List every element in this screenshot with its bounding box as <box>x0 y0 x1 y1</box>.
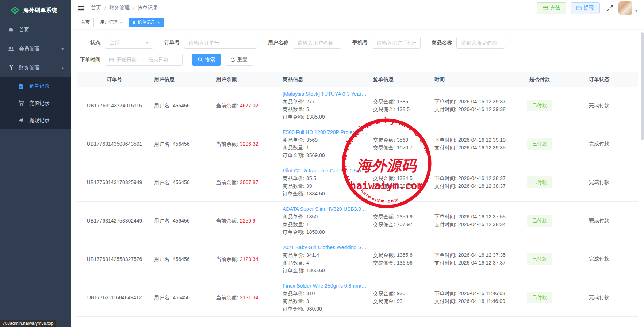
sidebar-item-grab-records[interactable]: 抢单记录 <box>0 77 71 95</box>
order-amount-label: 订单金额: <box>283 228 304 236</box>
cell-status: 完成付款 <box>560 99 638 113</box>
unit-price-value: 3569 <box>306 136 318 144</box>
sidebar-item-finance[interactable]: ¥ 财务管理 ▲ <box>0 58 71 77</box>
order-no-input[interactable] <box>184 37 257 49</box>
cell-balance: 当前余额:2123.34 <box>214 252 280 267</box>
username-label: 用户名: <box>154 294 171 301</box>
sidebar-item-members[interactable]: 会员管理 ▼ <box>0 39 71 58</box>
product-link[interactable]: E500 Full HD 1280 720P Projector 380... <box>283 129 369 136</box>
paid-badge: 已付款 <box>527 215 552 227</box>
pay-time-value: 2026-04-16 12:38:37 <box>458 182 506 190</box>
dashboard-icon <box>8 27 15 33</box>
username-value: 456456 <box>173 217 190 225</box>
trade-amount-value: 2359.9 <box>397 213 413 221</box>
withdraw-button[interactable]: 提现 <box>571 2 600 14</box>
tab-home[interactable]: 首页 <box>77 18 94 27</box>
cell-status: 完成付款 <box>560 175 638 189</box>
order-time-label: 下单时间: <box>434 213 456 221</box>
unit-price-value: 310 <box>306 290 315 297</box>
table-row: UB17763142758302449 用户名:456456 当前余额:2259… <box>77 202 638 240</box>
product-link[interactable]: Finex Solder Wire 250gms 0.8mm/1.0... <box>283 282 369 290</box>
status-select[interactable]: 全部 ▼ <box>105 37 153 49</box>
order-amount-value: 1850.00 <box>306 228 325 236</box>
order-amount-label: 订单金额: <box>283 267 304 274</box>
pay-time-value: 2026-04-16 11:46:09 <box>458 297 505 305</box>
phone-input[interactable] <box>372 37 421 49</box>
sidebar-item-label: 会员管理 <box>19 46 39 52</box>
wallet-icon <box>576 6 582 10</box>
date-range-picker[interactable]: 开始日期 - 结束日期 <box>105 54 183 66</box>
vertical-scrollbar[interactable] <box>641 32 644 324</box>
product-input[interactable] <box>456 37 505 49</box>
unit-price-value: 277 <box>306 98 315 106</box>
chevron-down-icon: ▼ <box>145 41 149 45</box>
recharge-button-label: 充值 <box>550 5 560 11</box>
order-time-value: 2026-04-16 11:46:08 <box>458 290 505 297</box>
cell-order-no: UB17763143774015115 <box>77 99 152 112</box>
pay-time-value: 2026-04-16 12:37:37 <box>458 259 506 267</box>
cell-product-info: Finex Solder Wire 250gms 0.8mm/1.0... 商品… <box>280 278 371 316</box>
cell-status: 完成付款 <box>560 290 638 304</box>
breadcrumb-finance[interactable]: 财务管理 <box>109 5 130 11</box>
unit-price-label: 商品单价: <box>283 251 304 259</box>
cell-paid: 已付款 <box>519 250 560 269</box>
order-amount-value: 1384.50 <box>306 190 325 198</box>
breadcrumb-separator: / <box>104 5 106 11</box>
product-link[interactable]: ADATA Super Slim HV320 USB3.0 Ext... <box>283 205 369 213</box>
phone-filter-label: 手机号 <box>352 39 368 46</box>
orders-table: 订单号 用户信息 用户余额 商品信息 抢单信息 时间 是否付款 订单状态 UB1… <box>77 72 638 317</box>
breadcrumb-home[interactable]: 首页 <box>91 5 101 11</box>
cell-paid: 已付款 <box>519 211 560 230</box>
table-row: UB17763142558327576 用户名:456456 当前余额:2123… <box>77 240 638 278</box>
pay-time-label: 支付时间: <box>434 144 456 152</box>
order-no-filter-label: 订单号 <box>164 39 180 46</box>
sidebar: 海外刷单系统 首页 会员管理 ▼ ¥ 财务管理 ▲ <box>0 0 71 327</box>
username-input[interactable] <box>293 37 341 49</box>
recharge-button[interactable]: 充值 <box>537 2 566 14</box>
withdraw-button-label: 提现 <box>584 5 594 11</box>
sidebar-fold-icon[interactable] <box>78 4 85 12</box>
scrollbar-thumb[interactable] <box>641 32 644 140</box>
logo[interactable]: 海外刷单系统 <box>0 0 71 20</box>
commission-value: 138.45 <box>397 182 413 190</box>
product-link[interactable]: [Malaysia Stock] TUTUYA 0-3 Years Ol... <box>283 90 369 98</box>
bank-card-icon <box>543 6 548 10</box>
unit-price-label: 商品单价: <box>283 175 304 182</box>
order-amount-label: 订单金额: <box>283 152 304 159</box>
sidebar-item-withdraw-records[interactable]: 提现记录 <box>0 112 71 129</box>
main-area: 首页 / 财务管理 / 抢单记录 充值 提现 <box>71 0 644 327</box>
content: 状态 全部 ▼ 订单号 用户名称 手机号 <box>71 29 644 327</box>
cell-time: 下单时间:2026-04-16 12:38:37 支付时间:2026-04-16… <box>432 171 519 194</box>
balance-label: 当前余额: <box>216 255 238 263</box>
quantity-value: 1 <box>306 144 309 152</box>
close-icon[interactable]: × <box>157 20 160 25</box>
pay-time-value: 2026-04-16 12:39:35 <box>458 144 506 152</box>
sidebar-item-label: 充值记录 <box>29 100 50 107</box>
search-button[interactable]: 搜索 <box>192 54 221 66</box>
balance-label: 当前余额: <box>216 179 238 186</box>
sidebar-item-recharge-records[interactable]: 充值记录 <box>0 95 71 112</box>
quantity-value: 1 <box>306 221 309 228</box>
fullscreen-icon[interactable] <box>606 5 613 12</box>
avatar[interactable] <box>618 1 632 15</box>
product-link[interactable]: Pilot G2 Retractable Gel Pen 0.5mm 9... <box>283 167 369 175</box>
quantity-label: 商品数量: <box>283 182 304 190</box>
reset-button[interactable]: 重置 <box>225 54 253 66</box>
sidebar-item-home[interactable]: 首页 <box>0 20 71 39</box>
pay-time-value: 2026-04-16 12:39:38 <box>458 106 506 113</box>
col-header-grab-info: 抢单信息 <box>371 76 432 83</box>
sidebar-item-label: 抢单记录 <box>29 83 50 90</box>
tab-label: 首页 <box>81 19 90 26</box>
caret-down-icon[interactable]: ▼ <box>635 9 638 13</box>
tabbar: 首页 用户管理 × 抢单记录 × <box>71 16 644 29</box>
tab-grab-records[interactable]: 抢单记录 × <box>129 18 164 27</box>
cell-grab-info: 交易金额:1385 交易佣金:138.5 <box>371 94 432 117</box>
cell-time: 下单时间:2026-04-16 12:37:55 支付时间:2026-04-16… <box>432 209 519 232</box>
unit-price-label: 商品单价: <box>283 213 304 221</box>
product-link[interactable]: 2021 Baby Girl Clothes Wedding Sequi... <box>283 244 369 251</box>
tab-user-management[interactable]: 用户管理 × <box>96 18 126 27</box>
username-value: 456456 <box>173 255 190 263</box>
commission-label: 交易佣金: <box>373 182 395 190</box>
close-icon[interactable]: × <box>120 20 122 25</box>
balance-label: 当前余额: <box>216 294 238 301</box>
